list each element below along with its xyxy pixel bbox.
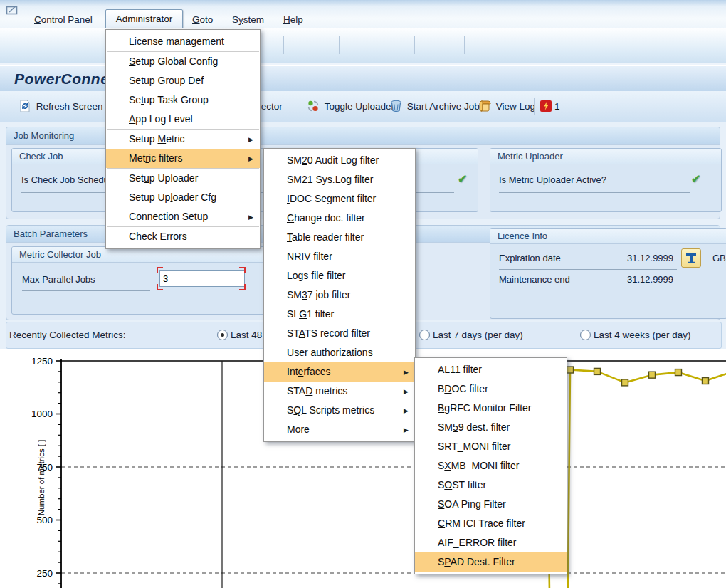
- menu-item-soa-ping-filter[interactable]: SOA Ping Filter: [415, 495, 567, 514]
- menu-item-label: Setup Metric: [129, 133, 185, 145]
- view-log-button[interactable]: View Log: [478, 100, 535, 114]
- submenu-arrow-icon: ▶: [404, 421, 409, 440]
- menu-item-label: License management: [129, 36, 224, 47]
- menu-item-setup-global-config[interactable]: Setup Global Config: [106, 52, 260, 71]
- alert-count: 1: [554, 101, 560, 112]
- menu-item-app-log-level[interactable]: App Log Level: [106, 110, 260, 129]
- menu-item-label: More: [287, 424, 310, 435]
- menu-item-srt-moni-filter[interactable]: SRT_MONI filter: [415, 437, 567, 456]
- screen-form-icon: [6, 5, 19, 19]
- menu-item-label: Metric filters: [129, 152, 182, 164]
- licence-info-header: Licence Info: [490, 229, 726, 244]
- menu-item-more[interactable]: More▶: [264, 420, 415, 439]
- menu-item-license-management[interactable]: License management: [106, 32, 260, 51]
- menu-item-interfaces[interactable]: Interfaces▶: [264, 362, 415, 382]
- licence-info-panel: Licence Info Expiration date 31.12.9999 …: [490, 228, 726, 319]
- max-parallel-jobs-input[interactable]: [159, 270, 245, 287]
- menu-item-crm-ici-trace-filter[interactable]: CRM ICI Trace filter: [415, 514, 567, 533]
- menu-item-setup-group-def[interactable]: Setup Group Def: [106, 71, 260, 90]
- menu-item-sost-filter[interactable]: SOST filter: [415, 476, 567, 495]
- refresh-screen-button[interactable]: Refresh Screen: [19, 100, 103, 114]
- date-picker-icon: [685, 251, 698, 264]
- menu-item-setup-metric[interactable]: Setup Metric▶: [106, 130, 260, 149]
- menu-item-metric-filters[interactable]: Metric filters▶: [106, 149, 260, 168]
- menu-item-label: SM37 job filter: [287, 289, 351, 300]
- metric-filters-submenu: SM20 Audit Log filterSM21 Sys.Log filter…: [263, 148, 416, 442]
- menu-item-user-authorizations[interactable]: User authorizations: [264, 343, 415, 362]
- menu-item-label: SQL Scripts metrics: [287, 404, 374, 416]
- radio-last-48-hours[interactable]: [217, 330, 228, 340]
- start-archive-job-label: Start Archive Job: [407, 101, 480, 112]
- menu-item-label: App Log Level: [129, 113, 193, 125]
- field-underline: [499, 290, 677, 290]
- menu-item-label: SXMB_MONI filter: [438, 460, 519, 471]
- focus-corner: [239, 267, 246, 273]
- svg-text:1000: 1000: [31, 409, 53, 419]
- menu-item-check-errors[interactable]: Check Errors: [106, 227, 260, 246]
- recently-collected-metrics-label: Recently Collected Metrics:: [9, 330, 126, 340]
- menu-item-setup-task-group[interactable]: Setup Task Group: [106, 90, 260, 110]
- menu-item-change-doc-filter[interactable]: Change doc. filter: [264, 209, 415, 228]
- menu-item-label: User authorizations: [287, 347, 373, 358]
- menubar-item-help[interactable]: Help: [283, 14, 303, 25]
- menubar-item-system[interactable]: System: [232, 14, 264, 25]
- refresh-icon: [19, 100, 31, 112]
- menu-item-label: SPAD Dest. Filter: [438, 556, 515, 567]
- y-axis-label: Number of metrics [ ]: [37, 440, 46, 516]
- menu-item-sxmb-moni-filter[interactable]: SXMB_MONI filter: [415, 456, 567, 476]
- menubar-item-control-panel[interactable]: Control Panel: [34, 14, 93, 25]
- menu-item-label: Check Errors: [129, 231, 187, 242]
- sap-powerconnect-window: Control Panel Administrator Goto System …: [0, 0, 726, 588]
- menu-item-sm59-dest-filter[interactable]: SM59 dest. filter: [415, 418, 567, 437]
- maintenance-end-label: Maintenance end: [499, 274, 570, 285]
- menu-item-label: BDOC filter: [438, 383, 488, 394]
- log-scroll-icon: [478, 100, 491, 112]
- menu-item-al11-filter[interactable]: AL11 filter: [415, 360, 567, 379]
- menu-item-sm21-sys-log-filter[interactable]: SM21 Sys.Log filter: [264, 170, 415, 189]
- menu-item-table-reader-filter[interactable]: Table reader filter: [264, 228, 415, 247]
- menu-item-bdoc-filter[interactable]: BDOC filter: [415, 379, 567, 399]
- menu-item-label: Setup Task Group: [129, 94, 209, 105]
- radio-last-4-weeks[interactable]: [580, 330, 591, 340]
- menu-item-idoc-segment-filter[interactable]: IDOC Segment filter: [264, 189, 415, 209]
- administrator-menu: License managementSetup Global ConfigSet…: [105, 29, 261, 249]
- menu-item-label: Setup Group Def: [129, 75, 204, 86]
- field-underline: [499, 192, 690, 193]
- menubar-item-goto[interactable]: Goto: [192, 14, 213, 25]
- menu-item-label: SM59 dest. filter: [438, 421, 510, 433]
- menu-item-sm20-audit-log-filter[interactable]: SM20 Audit Log filter: [264, 151, 415, 170]
- radio-last-7-days[interactable]: [419, 330, 430, 340]
- menu-item-bgrfc-monitor-filter[interactable]: BgRFC Monitor Filter: [415, 399, 567, 418]
- menu-item-sm37-job-filter[interactable]: SM37 job filter: [264, 285, 415, 305]
- menu-item-aif-error-filter[interactable]: AIF_ERROR filter: [415, 533, 567, 552]
- metric-uploader-question: Is Metric Uploader Active?: [499, 174, 606, 185]
- radio-label-last-4-weeks: Last 4 weeks (per day): [594, 330, 691, 340]
- menu-item-slg1-filter[interactable]: SLG1 filter: [264, 305, 415, 324]
- menu-item-label: IDOC Segment filter: [287, 193, 376, 204]
- menu-item-label: SM20 Audit Log filter: [287, 154, 379, 166]
- alert-badge-icon[interactable]: [540, 100, 552, 115]
- menu-item-label: Interfaces: [287, 366, 331, 377]
- menu-item-setup-uploader-cfg[interactable]: Setup Uploader Cfg: [106, 188, 260, 207]
- menu-item-logs-file-filter[interactable]: Logs file filter: [264, 266, 415, 285]
- svg-text:1250: 1250: [31, 356, 53, 367]
- field-underline: [499, 269, 677, 270]
- submenu-arrow-icon: ▶: [248, 208, 253, 227]
- submenu-arrow-icon: ▶: [404, 382, 409, 401]
- menu-item-setup-uploader[interactable]: Setup Uploader: [106, 169, 260, 188]
- menu-item-connection-setup[interactable]: Connection Setup▶: [106, 207, 260, 226]
- menu-item-sql-scripts-metrics[interactable]: SQL Scripts metrics▶: [264, 401, 415, 420]
- start-archive-job-button[interactable]: Start Archive Job: [390, 100, 480, 114]
- menu-item-stad-metrics[interactable]: STAD metrics▶: [264, 382, 415, 401]
- menu-item-stats-record-filter[interactable]: STATS record filter: [264, 324, 415, 343]
- toggle-uploader-button[interactable]: Toggle Uploader: [307, 100, 394, 114]
- submenu-arrow-icon: ▶: [248, 149, 253, 169]
- metric-uploader-header: Metric Uploader: [490, 149, 721, 164]
- menu-item-label: NRIV filter: [287, 251, 332, 262]
- focus-corner: [157, 267, 163, 273]
- expiration-date-label: Expiration date: [499, 253, 561, 263]
- menubar-item-administrator[interactable]: Administrator: [105, 9, 183, 30]
- menu-item-nriv-filter[interactable]: NRIV filter: [264, 247, 415, 266]
- date-picker-button[interactable]: [681, 248, 701, 268]
- menu-item-spad-dest-filter[interactable]: SPAD Dest. Filter: [415, 552, 567, 572]
